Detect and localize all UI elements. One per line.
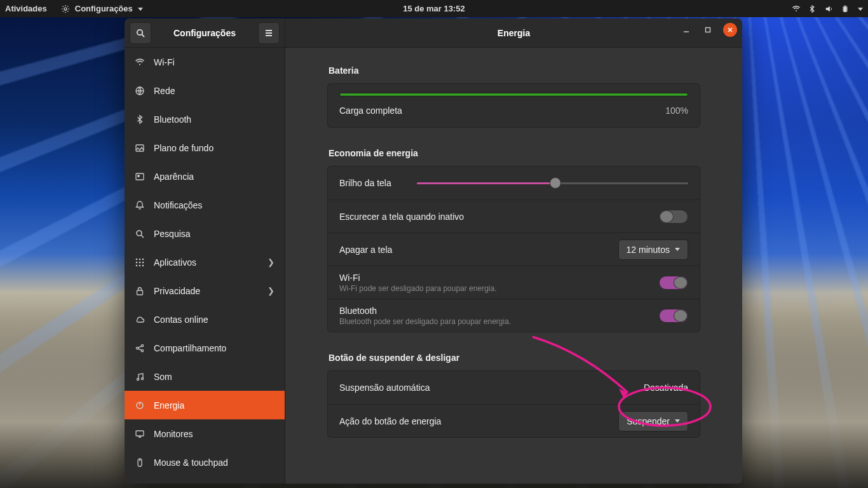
wifi-power-row[interactable]: Wi-Fi Wi-Fi pode ser desligado para poup…	[328, 266, 700, 299]
bluetooth-power-row[interactable]: Bluetooth Bluetooth pode ser desligado p…	[328, 299, 700, 332]
sidebar-item-label: Plano de fundo	[154, 143, 214, 153]
sidebar-title: Configurações	[156, 28, 253, 38]
wifi-icon	[135, 57, 145, 67]
svg-point-23	[141, 377, 143, 379]
search-button[interactable]	[130, 22, 151, 44]
lock-icon	[135, 286, 145, 296]
sidebar-item-bluetooth[interactable]: Bluetooth	[125, 105, 285, 133]
sidebar-item-share[interactable]: Compartilhamento	[125, 334, 285, 362]
sidebar-item-label: Privacidade	[154, 286, 200, 296]
settings-sidebar: Configurações Wi-FiRedeBluetoothPlano de…	[125, 18, 285, 484]
sidebar-item-music[interactable]: Som	[125, 362, 285, 391]
sidebar-item-label: Rede	[154, 86, 175, 96]
svg-point-0	[64, 7, 67, 10]
sidebar-item-label: Som	[154, 372, 172, 382]
chevron-right-icon: ❯	[268, 257, 275, 267]
cloud-icon	[135, 315, 145, 325]
sidebar-item-appearance[interactable]: Aparência	[125, 162, 285, 191]
section-powersave-heading: Economia de energia	[329, 148, 700, 158]
dim-label: Escurecer a tela quando inativo	[339, 212, 464, 222]
caret-down-icon	[138, 8, 143, 11]
svg-point-12	[136, 261, 138, 263]
dim-row[interactable]: Escurecer a tela quando inativo	[328, 200, 700, 233]
apps-icon	[135, 257, 145, 268]
svg-point-7	[138, 175, 140, 177]
power-button-action-label: Ação do botão de energia	[339, 416, 441, 426]
caret-down-icon	[675, 248, 680, 251]
topbar-clock[interactable]: 15 de mar 13:52	[403, 4, 465, 13]
sidebar-item-label: Contas online	[154, 315, 208, 325]
blank-screen-label: Apagar a tela	[339, 245, 392, 255]
sidebar-item-mouse[interactable]: Mouse & touchpad	[125, 448, 285, 477]
dim-switch[interactable]	[659, 210, 688, 224]
bluetooth-power-switch[interactable]	[659, 309, 688, 323]
battery-status: Carga completa	[339, 105, 402, 116]
svg-point-13	[139, 261, 141, 263]
battery-panel: Carga completa 100%	[327, 83, 700, 128]
bell-icon	[135, 200, 145, 210]
brightness-slider[interactable]	[417, 177, 688, 189]
svg-point-9	[136, 258, 138, 260]
page-title: Energia	[498, 28, 530, 38]
maximize-button[interactable]	[702, 24, 714, 36]
auto-suspend-label: Suspensão automática	[339, 383, 430, 393]
sidebar-item-background[interactable]: Plano de fundo	[125, 133, 285, 162]
mouse-icon	[135, 458, 145, 468]
hamburger-menu-button[interactable]	[258, 22, 280, 44]
content-pane: Energia Bateria Carga completa 100% Econ…	[285, 18, 742, 484]
svg-point-3	[137, 29, 142, 34]
blank-screen-row[interactable]: Apagar a tela 12 minutos	[328, 233, 700, 266]
powersave-panel: Brilho da tela Escurecer a tela quando i…	[327, 166, 700, 332]
auto-suspend-row[interactable]: Suspensão automática Desativada	[328, 371, 700, 404]
content-header: Energia	[285, 18, 742, 48]
brightness-row: Brilho da tela	[328, 166, 700, 200]
system-tray[interactable]	[792, 4, 863, 13]
window-controls	[680, 23, 737, 37]
sidebar-item-label: Energia	[154, 400, 184, 410]
sidebar-item-label: Wi-Fi	[154, 57, 175, 67]
appmenu-label: Configurações	[75, 4, 133, 13]
svg-point-8	[137, 231, 142, 236]
power-button-action-row[interactable]: Ação do botão de energia Suspender	[328, 404, 700, 437]
sidebar-item-lock[interactable]: Privacidade❯	[125, 276, 285, 305]
svg-point-11	[142, 258, 144, 260]
svg-point-19	[136, 347, 138, 349]
activities-button[interactable]: Atividades	[5, 4, 47, 13]
power-icon	[135, 400, 145, 410]
share-icon	[135, 343, 145, 353]
sidebar-item-globe[interactable]: Rede	[125, 76, 285, 105]
close-button[interactable]	[723, 23, 737, 37]
gear-icon	[61, 4, 70, 13]
auto-suspend-value: Desativada	[644, 383, 688, 393]
svg-point-22	[137, 378, 139, 380]
bluetooth-power-label: Bluetooth	[339, 306, 511, 316]
blank-screen-combo[interactable]: 12 minutos	[618, 240, 688, 260]
sidebar-item-bell[interactable]: Notificações	[125, 191, 285, 219]
svg-rect-6	[136, 173, 144, 180]
svg-rect-25	[136, 431, 144, 436]
suspend-panel: Suspensão automática Desativada Ação do …	[327, 370, 700, 438]
svg-rect-27	[706, 28, 710, 32]
sidebar-header: Configurações	[125, 18, 285, 48]
sidebar-item-wifi[interactable]: Wi-Fi	[125, 48, 285, 76]
battery-icon	[841, 4, 850, 13]
wifi-power-switch[interactable]	[659, 276, 688, 290]
sidebar-item-label: Aparência	[154, 172, 194, 182]
brightness-label: Brilho da tela	[339, 178, 391, 188]
sidebar-item-search[interactable]: Pesquisa	[125, 219, 285, 248]
battery-percent: 100%	[665, 105, 688, 116]
appmenu[interactable]: Configurações	[61, 4, 143, 13]
sidebar-item-label: Mouse & touchpad	[154, 458, 228, 468]
chevron-right-icon: ❯	[268, 286, 275, 295]
sidebar-item-cloud[interactable]: Contas online	[125, 305, 285, 334]
sidebar-item-apps[interactable]: Aplicativos❯	[125, 248, 285, 276]
power-button-action-combo[interactable]: Suspender	[618, 411, 688, 431]
volume-icon	[825, 4, 834, 13]
sidebar-item-monitor[interactable]: Monitores	[125, 419, 285, 448]
caret-down-icon	[675, 419, 680, 423]
minimize-button[interactable]	[680, 24, 693, 36]
bluetooth-power-sub: Bluetooth pode ser desligado para poupar…	[339, 317, 511, 326]
sidebar-item-power[interactable]: Energia	[125, 391, 285, 419]
gnome-topbar: Atividades Configurações 15 de mar 13:52	[0, 0, 868, 17]
monitor-icon	[135, 429, 145, 439]
